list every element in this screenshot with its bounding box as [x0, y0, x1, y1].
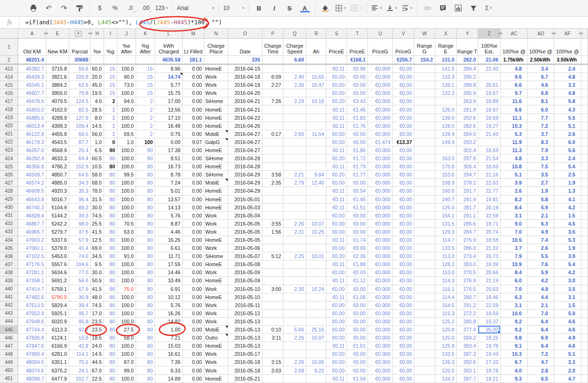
- row-header-418[interactable]: 418: [0, 105, 18, 114]
- cell-AC420[interactable]: 10.3: [501, 122, 528, 130]
- cell-AD435[interactable]: 2.6: [528, 244, 554, 252]
- row-header-414[interactable]: 414: [0, 73, 18, 81]
- cell-I428[interactable]: 80: [104, 187, 117, 195]
- cell-L431[interactable]: 5.76: [155, 212, 183, 220]
- cell-AD444[interactable]: 6.4: [528, 318, 554, 326]
- cell-K451[interactable]: 80: [136, 375, 155, 383]
- cell-AD419[interactable]: 7.7: [528, 114, 554, 122]
- cell-N447[interactable]: HomeE: [204, 342, 228, 350]
- cell-Z434[interactable]: 18.58: [478, 236, 501, 244]
- cell-J415[interactable]: 73.0: [117, 81, 136, 89]
- cell-AC429[interactable]: 8.2: [501, 196, 528, 204]
- cell-V433[interactable]: €0.00: [393, 228, 414, 236]
- cell-U433[interactable]: €0.000: [368, 228, 393, 236]
- cell-parcial414[interactable]: 105.8: [69, 73, 91, 81]
- cell-W427[interactable]: [414, 179, 435, 187]
- cell-T430[interactable]: €1.51: [347, 204, 368, 212]
- cell-S434[interactable]: €0.11: [326, 236, 347, 244]
- column-header-parcial[interactable]: ▼◂: [69, 29, 91, 39]
- cell-R424[interactable]: [306, 155, 326, 163]
- cell-K429[interactable]: 80: [136, 196, 155, 204]
- cell-H451[interactable]: 22.5: [91, 375, 104, 383]
- cell-Z421[interactable]: 21.43: [478, 130, 501, 138]
- cell-Q448[interactable]: [284, 350, 306, 358]
- cell-A416[interactable]: 45607.7: [18, 89, 46, 97]
- cell-A420[interactable]: 46013.4: [18, 122, 46, 130]
- field-label-time[interactable]: Charge Time: [262, 39, 284, 56]
- cell-I432[interactable]: 80: [104, 220, 117, 228]
- cell-AC2[interactable]: 1.75kWh: [501, 56, 528, 64]
- field-label-ah[interactable]: Ah: [306, 39, 326, 56]
- cell-AC424[interactable]: 4.8: [501, 155, 528, 163]
- cell-I2[interactable]: [104, 56, 117, 64]
- cell-N433[interactable]: Work: [204, 228, 228, 236]
- cell-H436[interactable]: 34.5: [91, 252, 104, 260]
- cell-AD416[interactable]: 6.8: [528, 89, 554, 97]
- column-header-T[interactable]: T: [347, 29, 368, 39]
- cell-N425[interactable]: HomeE: [204, 163, 228, 171]
- column-header-end[interactable]: ▸: [581, 29, 588, 39]
- cell-O423[interactable]: 2016-04-27: [228, 146, 262, 155]
- field-label-ad[interactable]: 100%e @: [528, 39, 554, 56]
- cell-S432[interactable]: €0.00: [326, 220, 347, 228]
- cell-O446[interactable]: 2016-05-13: [228, 334, 262, 342]
- cell-T442[interactable]: €0.00: [347, 301, 368, 310]
- cell-Y444[interactable]: 280.8: [457, 318, 478, 326]
- cell-Y415[interactable]: 288.8: [457, 81, 478, 89]
- cell-P451[interactable]: [262, 375, 284, 383]
- cell-K445[interactable]: 80: [136, 326, 155, 334]
- cell-P427[interactable]: 2:35: [262, 179, 284, 187]
- cell-E433[interactable]: 5279.7: [46, 228, 69, 236]
- cell-U445[interactable]: €0.000: [368, 326, 393, 334]
- cell-AD438[interactable]: 5.9: [528, 269, 554, 277]
- cell-Z436[interactable]: 20.73: [478, 252, 501, 260]
- field-label-w[interactable]: Range G: [414, 39, 435, 56]
- cell-R415[interactable]: 10.47: [306, 81, 326, 89]
- cell-N448[interactable]: Work: [204, 350, 228, 358]
- cell-T447[interactable]: €1.61: [347, 342, 368, 350]
- cell-AC443[interactable]: 10.0: [501, 310, 528, 318]
- cell-X413[interactable]: 141.5: [435, 65, 457, 73]
- cell-Z433[interactable]: 20.74: [478, 228, 501, 236]
- cell-X451[interactable]: 134.2: [435, 375, 457, 383]
- cell-J438[interactable]: 100.0: [117, 269, 136, 277]
- row-header-435[interactable]: 435: [0, 244, 18, 252]
- cell-parcial438[interactable]: 77.0: [69, 269, 91, 277]
- fill-handle[interactable]: [497, 331, 501, 334]
- cell-O420[interactable]: 2016-04-26: [228, 122, 262, 130]
- cell-J434[interactable]: 100.0: [117, 236, 136, 244]
- cell-end428[interactable]: [581, 187, 588, 195]
- cell-R418[interactable]: [306, 105, 326, 114]
- cell-AD451[interactable]: 6.5: [528, 375, 554, 383]
- cell-V429[interactable]: €0.00: [393, 196, 414, 204]
- cell-O414[interactable]: 2016-04-18: [228, 73, 262, 81]
- field-label-place[interactable]: Charge Place: [204, 39, 228, 56]
- cell-E444[interactable]: 6020.9: [46, 318, 69, 326]
- cell-Z439[interactable]: 21.19: [478, 277, 501, 285]
- cell-T2[interactable]: €168.1: [347, 56, 368, 64]
- cell-U442[interactable]: €0.000: [368, 301, 393, 310]
- cell-R425[interactable]: [306, 163, 326, 171]
- cell-R432[interactable]: 10.07: [306, 220, 326, 228]
- cell-parcial432[interactable]: 98.0: [69, 220, 91, 228]
- cell-T428[interactable]: €0.54: [347, 187, 368, 195]
- cell-AD434[interactable]: 7.4: [528, 236, 554, 244]
- cell-AF445[interactable]: 4.6: [554, 326, 581, 334]
- cell-H443[interactable]: 17.0: [91, 310, 104, 318]
- cell-U441[interactable]: €0.000: [368, 293, 393, 301]
- cell-T438[interactable]: €0.00: [347, 269, 368, 277]
- cell-E432[interactable]: 5242.2: [46, 220, 69, 228]
- cell-E423[interactable]: 4568.9: [46, 146, 69, 155]
- cell-L413[interactable]: 8.96: [155, 65, 183, 73]
- cell-M428[interactable]: 0.00: [183, 187, 204, 195]
- cell-O434[interactable]: 2016-05-05: [228, 236, 262, 244]
- cell-E424[interactable]: 4633.3: [46, 155, 69, 163]
- cell-U415[interactable]: €0.000: [368, 81, 393, 89]
- cell-parcial421[interactable]: 56.5: [69, 130, 91, 138]
- cell-AF413[interactable]: 2.4: [554, 65, 581, 73]
- cell-S420[interactable]: €0.11: [326, 122, 347, 130]
- cell-Z425[interactable]: 18.69: [478, 163, 501, 171]
- cell-V450[interactable]: €0.00: [393, 366, 414, 374]
- cell-AD417[interactable]: 8.1: [528, 97, 554, 105]
- cell-Y418[interactable]: 281.9: [457, 105, 478, 114]
